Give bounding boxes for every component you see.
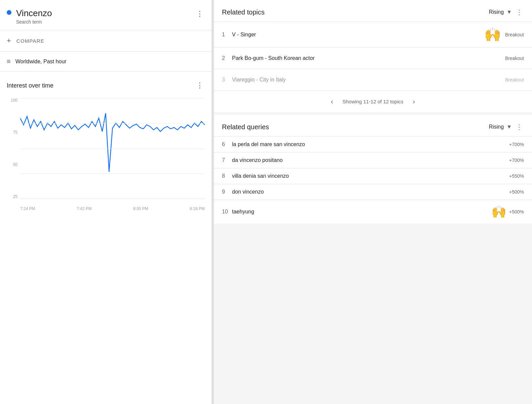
pagination-prev-button[interactable]: ‹ (328, 96, 336, 107)
chart-menu-icon[interactable]: ⋮ (195, 80, 205, 91)
related-queries-card: Related queries Rising ▼ ⋮ 6 la perla de… (214, 115, 532, 224)
topic-row-1[interactable]: 1 V - Singer 🙌 Breakout (214, 22, 532, 47)
query-number-9: 9 (222, 189, 232, 195)
y-axis-labels: 100 75 50 25 (7, 98, 20, 199)
chart-section: Interest over time ⋮ 100 75 50 25 (0, 72, 212, 404)
query-row-6[interactable]: 6 la perla del mare san vincenzo +700% (214, 137, 532, 153)
queries-menu-icon[interactable]: ⋮ (515, 123, 524, 131)
query-value-6: +700% (509, 142, 524, 147)
right-panel: Related topics Rising ▼ ⋮ 1 V - Singer 🙌… (214, 0, 532, 404)
topic-number-2: 2 (222, 55, 232, 61)
related-topics-card: Related topics Rising ▼ ⋮ 1 V - Singer 🙌… (214, 0, 532, 112)
y-label-50: 50 (7, 162, 20, 167)
chart-header: Interest over time ⋮ (7, 80, 205, 91)
query-row-10[interactable]: 10 taehyung 🙌 +500% (214, 200, 532, 224)
search-term-menu-icon[interactable]: ⋮ (195, 8, 205, 20)
grid-line-50 (20, 148, 205, 149)
search-term-info: Vincenzo Search term (16, 8, 52, 25)
filter-label: Worldwide, Past hour (15, 59, 67, 65)
search-term-indicator (7, 10, 11, 15)
x-label-2: 7:42 PM (77, 206, 92, 211)
query-number-6: 6 (222, 141, 232, 147)
y-label-100: 100 (7, 98, 20, 103)
grid-line-25 (20, 173, 205, 174)
chart-container: 100 75 50 25 7:24 PM 7:42 PM (7, 98, 205, 212)
topics-dropdown-icon[interactable]: ▼ (506, 9, 512, 15)
compare-section[interactable]: + COMPARE (0, 30, 212, 52)
y-label-75: 75 (7, 130, 20, 135)
compare-label: COMPARE (16, 38, 44, 44)
pagination-text: Showing 11-12 of 12 topics (343, 99, 404, 104)
topic-emoji-1: 🙌 (484, 27, 501, 42)
topics-menu-icon[interactable]: ⋮ (515, 8, 524, 16)
pagination-next-button[interactable]: › (410, 96, 418, 107)
topic-number-3: 3 (222, 77, 232, 83)
topic-row-3[interactable]: 3 Viareggio - City in Italy Breakout (214, 69, 532, 91)
chart-title: Interest over time (7, 82, 53, 89)
query-name-7: da vincenzo positano (232, 157, 509, 163)
filter-section[interactable]: ≡ Worldwide, Past hour (0, 52, 212, 72)
y-label-25: 25 (7, 194, 20, 199)
x-label-1: 7:24 PM (20, 206, 35, 211)
x-label-4: 8:18 PM (190, 206, 205, 211)
topic-name-1: V - Singer (232, 32, 484, 38)
related-topics-controls: Rising ▼ ⋮ (489, 8, 524, 16)
query-name-10: taehyung (232, 209, 491, 215)
topic-value-3: Breakout (505, 77, 524, 82)
grid-line-75 (20, 123, 205, 124)
query-value-9: +500% (509, 189, 524, 195)
left-panel: Vincenzo Search term ⋮ + COMPARE ≡ World… (0, 0, 212, 404)
query-number-10: 10 (222, 209, 232, 215)
query-value-10: +500% (509, 209, 524, 214)
query-value-8: +550% (509, 173, 524, 179)
search-term-label: Search term (16, 19, 52, 25)
related-topics-header: Related topics Rising ▼ ⋮ (214, 0, 532, 22)
related-queries-controls: Rising ▼ ⋮ (489, 123, 524, 131)
topic-value-2: Breakout (505, 56, 524, 61)
query-row-7[interactable]: 7 da vincenzo positano +700% (214, 153, 532, 168)
topic-name-2: Park Bo-gum - South Korean actor (232, 55, 505, 61)
topic-number-1: 1 (222, 32, 232, 38)
related-queries-header: Related queries Rising ▼ ⋮ (214, 115, 532, 137)
query-number-7: 7 (222, 157, 232, 163)
related-topics-title: Related topics (222, 8, 265, 16)
search-term-name: Vincenzo (16, 8, 52, 19)
query-name-6: la perla del mare san vincenzo (232, 141, 509, 147)
topic-name-3: Viareggio - City in Italy (232, 77, 505, 83)
related-queries-title: Related queries (222, 123, 269, 131)
queries-filter-label: Rising (489, 124, 504, 130)
query-value-7: +700% (509, 158, 524, 163)
x-label-3: 8:00 PM (133, 206, 148, 211)
filter-icon: ≡ (7, 58, 11, 65)
x-axis-labels: 7:24 PM 7:42 PM 8:00 PM 8:18 PM (20, 199, 205, 212)
chart-area (20, 98, 205, 199)
grid-line-100 (20, 98, 205, 98)
query-row-9[interactable]: 9 don vincenzo +500% (214, 184, 532, 200)
search-term-section: Vincenzo Search term ⋮ (0, 0, 212, 30)
query-name-9: don vincenzo (232, 189, 509, 195)
search-term-left: Vincenzo Search term (7, 8, 52, 25)
queries-dropdown-icon[interactable]: ▼ (506, 124, 512, 130)
topic-value-1: Breakout (505, 32, 524, 37)
query-number-8: 8 (222, 173, 232, 179)
topic-row-2[interactable]: 2 Park Bo-gum - South Korean actor Break… (214, 47, 532, 69)
plus-icon: + (7, 36, 11, 45)
pagination-row: ‹ Showing 11-12 of 12 topics › (214, 91, 532, 112)
query-name-8: villa denia san vincenzo (232, 173, 509, 179)
topics-filter-label: Rising (489, 9, 504, 15)
query-emoji-10: 🙌 (491, 205, 506, 219)
query-row-8[interactable]: 8 villa denia san vincenzo +550% (214, 168, 532, 184)
